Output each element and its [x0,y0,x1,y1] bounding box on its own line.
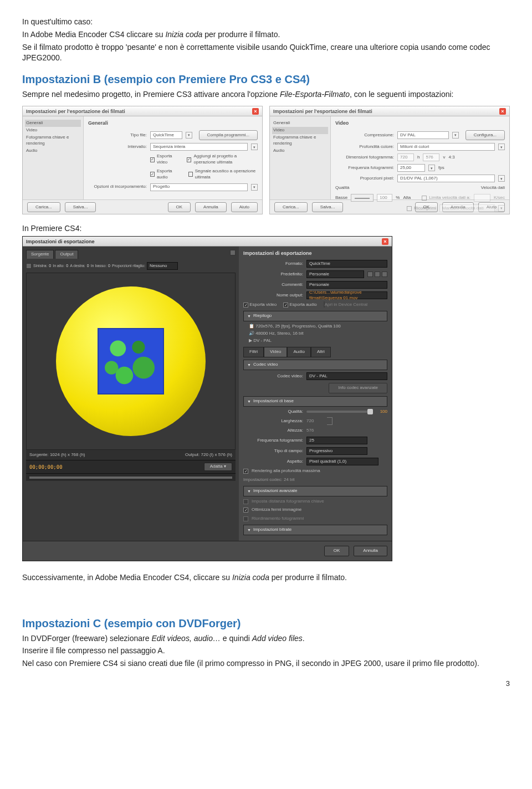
category-audio[interactable]: Audio [272,147,328,155]
summary-disclosure[interactable]: ▼Riepilogo [243,311,387,321]
checkbox-recompress[interactable]: Ricomprimi [407,206,436,212]
close-icon[interactable]: × [499,108,506,115]
preview-texture [98,328,164,394]
chevron-down-icon[interactable]: ▾ [452,132,459,139]
fit-dropdown[interactable]: Adatta ▾ [204,463,232,471]
save-button[interactable]: Salva... [65,202,96,213]
tab-other[interactable]: Altri [311,347,331,357]
dropdown-filetype[interactable]: QuickTime [150,131,182,139]
checkbox-export-audio[interactable]: ✓Esporta audio [150,168,178,181]
checkbox-export-audio[interactable] [283,303,288,308]
chevron-down-icon[interactable]: ▾ [498,205,505,212]
tab-source[interactable]: Sorgente [26,250,54,259]
load-button[interactable]: Carica... [274,202,308,213]
output-path-link[interactable]: C:\Users...\alumedia\prove filmati\Seque… [306,291,387,299]
crop-right[interactable]: 0 [87,263,89,268]
checkbox-keyframe-distance[interactable] [243,499,248,504]
configure-button[interactable]: Configura... [466,130,505,141]
checkbox-limit-rate[interactable]: Limita velocità dati a: [422,195,470,201]
category-video[interactable]: Video [25,127,81,134]
category-keyframe[interactable]: Fotogramma chiave e rendering [25,134,81,147]
cancel-button[interactable]: Annulla [195,202,227,213]
dropdown-range[interactable]: Sequenza intera [150,143,248,151]
label-format: Formato: [243,261,303,267]
dropdown-compression[interactable]: DV PAL [397,131,449,139]
text: Limita velocità dati a: [429,195,470,201]
checkbox-beep[interactable]: Segnale acustico a operazione ultimata [188,168,258,181]
dropdown-embed[interactable]: Progetto [150,183,248,191]
timeline-track[interactable] [29,477,232,479]
dropdown-aspect[interactable]: Pixel quadrati (1,0) [306,458,378,465]
dropdown-depth[interactable]: Milioni di colori [397,143,495,151]
tab-output[interactable]: Output [55,250,78,259]
checkbox-add-to-project[interactable]: ✓Aggiungi al progetto a operazione ultim… [187,153,258,166]
help-button[interactable]: Aiuto [231,202,258,213]
checkbox-optimize-stills[interactable] [243,508,248,513]
ok-button[interactable]: OK [168,202,191,213]
category-generali[interactable]: Generali [25,120,81,127]
dropdown-codec[interactable]: DV - PAL [306,372,387,380]
category-video[interactable]: Video [272,127,328,134]
label-fps: Frequenza fotogrammi: [335,165,394,171]
advanced-section[interactable]: ▼Impostazioni avanzate [243,486,387,496]
input-rate[interactable] [474,194,490,202]
quality-value[interactable]: 100 [374,409,387,415]
dropdown-recompress[interactable]: Mantieni velocità dati [439,204,495,212]
close-icon[interactable]: × [382,238,388,245]
timecode[interactable]: 00;00;00;00 [29,464,63,470]
chevron-down-icon[interactable]: ▾ [251,184,258,191]
quality-slider[interactable] [351,194,374,202]
crop-left[interactable]: 0 [49,263,51,268]
chevron-down-icon[interactable]: ▾ [498,144,505,150]
summary-video: 720x576, 25 [fps], Progressivo, Qualità … [255,324,340,329]
crop-bottom[interactable]: 0 [108,263,110,268]
base-settings-section[interactable]: ▼Impostazioni di base [243,396,387,407]
ok-button[interactable]: OK [324,546,350,556]
dropdown-preset[interactable]: Personale [306,270,364,278]
link-icon[interactable] [327,417,332,425]
quality-slider[interactable] [306,411,371,413]
tab-audio[interactable]: Audio [287,347,310,357]
width-value[interactable]: 720 [306,418,314,424]
panel-menu-icon[interactable] [230,250,236,255]
chevron-down-icon[interactable]: ▾ [251,144,258,150]
compile-programs-button[interactable]: Compila programmi... [199,130,258,141]
crop-top[interactable]: 0 [66,263,68,268]
advanced-codec-button[interactable]: Info codec avanzate [329,383,387,393]
category-audio[interactable]: Audio [25,147,81,155]
input-width[interactable]: 720 [397,153,414,161]
dropdown-pixel-aspect[interactable]: D1/DV PAL (1,067) [397,175,495,182]
checkbox-export-video[interactable]: ✓Esporta video [150,153,177,166]
label-width: Larghezza: [243,418,303,424]
load-button[interactable]: Carica... [27,202,60,213]
label-premiere-cs4: In Premiere CS4: [22,223,510,234]
save-preset-icon[interactable] [367,271,373,277]
input-comments[interactable]: Personale [306,281,387,289]
close-icon[interactable]: × [252,108,259,115]
text: Successivamente, in Adobe Media Encoder … [22,573,232,582]
crop-icon[interactable] [26,263,32,269]
category-keyframe[interactable]: Fotogramma chiave e rendering [272,134,328,147]
chevron-down-icon[interactable]: ▾ [186,132,192,139]
category-generali[interactable]: Generali [272,120,328,127]
tab-filters[interactable]: Filtri [243,347,264,357]
codec-section[interactable]: ▼Codec video [243,360,387,370]
input-height[interactable]: 576 [423,153,439,161]
cancel-button[interactable]: Annulla [354,546,387,556]
checkbox-max-depth[interactable] [243,469,248,474]
dropdown-fps[interactable]: 25,00 [397,164,425,172]
checkbox-export-video[interactable] [243,303,248,308]
chevron-down-icon[interactable]: ▾ [498,175,505,182]
input-quality[interactable]: 100 [377,194,392,202]
delete-preset-icon[interactable] [382,271,387,277]
chevron-down-icon[interactable]: ▾ [428,165,435,171]
dropdown-crop-ratio[interactable]: Nessuno [147,262,178,270]
dropdown-field-type[interactable]: Progressivo [306,447,367,455]
tab-video[interactable]: Video [264,347,287,357]
dropdown-format[interactable]: QuickTime [306,260,387,268]
import-preset-icon[interactable] [375,271,380,277]
dropdown-fps[interactable]: 25 [306,437,367,444]
height-value[interactable]: 576 [306,428,314,434]
bitrate-section[interactable]: ▼Impostazioni bitrate [243,525,387,535]
checkbox-frame-reorder[interactable] [243,516,248,521]
